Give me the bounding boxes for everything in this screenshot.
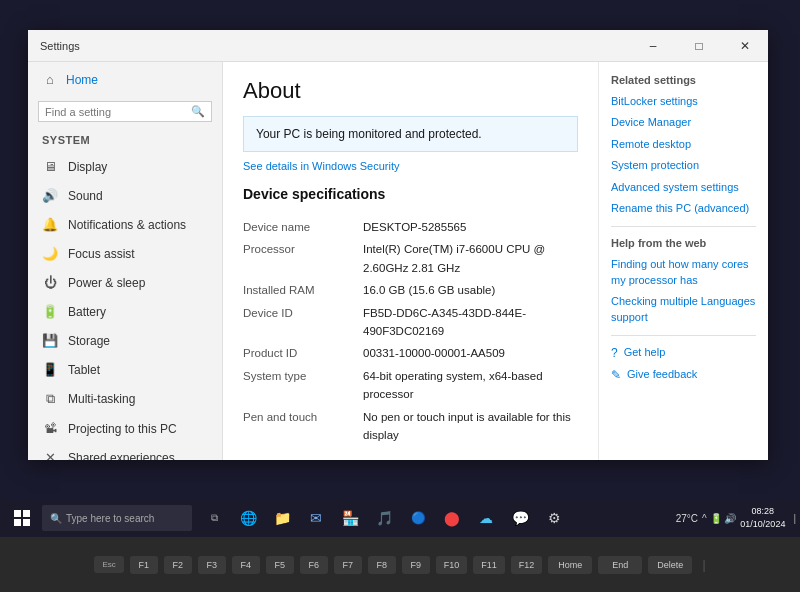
taskbar-search-text: Type here to search bbox=[66, 513, 154, 524]
key-f10[interactable]: F10 bbox=[436, 556, 468, 574]
key-f5[interactable]: F5 bbox=[266, 556, 294, 574]
key-f9[interactable]: F9 bbox=[402, 556, 430, 574]
spec-row: Processor Intel(R) Core(TM) i7-6600U CPU… bbox=[243, 238, 578, 279]
sidebar-item-tablet[interactable]: 📱 Tablet bbox=[28, 355, 222, 384]
taskbar-app-store[interactable]: 🏪 bbox=[334, 501, 366, 535]
monitor-text: Your PC is being monitored and protected… bbox=[256, 127, 482, 141]
sidebar-item-label: Display bbox=[68, 160, 107, 174]
sidebar-item-projecting[interactable]: 📽 Projecting to this PC bbox=[28, 414, 222, 443]
key-home[interactable]: Home bbox=[548, 556, 592, 574]
search-box[interactable]: 🔍 bbox=[38, 101, 212, 122]
keyboard: Esc F1 F2 F3 F4 F5 F6 F7 F8 F9 F10 F11 F… bbox=[0, 537, 800, 592]
sidebar-item-label: Projecting to this PC bbox=[68, 422, 177, 436]
key-f3[interactable]: F3 bbox=[198, 556, 226, 574]
temperature-label: 27°C bbox=[676, 513, 698, 524]
spec-value: Intel(R) Core(TM) i7-6600U CPU @ 2.60GHz… bbox=[363, 238, 578, 279]
key-f11[interactable]: F11 bbox=[473, 556, 505, 574]
start-button[interactable] bbox=[4, 501, 40, 535]
sidebar-item-storage[interactable]: 💾 Storage bbox=[28, 326, 222, 355]
bitlocker-link[interactable]: BitLocker settings bbox=[611, 94, 756, 109]
tray-time[interactable]: 08:28 01/10/2024 bbox=[740, 505, 785, 530]
key-f8[interactable]: F8 bbox=[368, 556, 396, 574]
taskbar-app-opera[interactable]: ⬤ bbox=[436, 501, 468, 535]
rename-pc-advanced-link[interactable]: Rename this PC (advanced) bbox=[611, 201, 756, 216]
spec-label: Device name bbox=[243, 216, 363, 238]
feedback-icon: ✎ bbox=[611, 368, 621, 382]
key-f4[interactable]: F4 bbox=[232, 556, 260, 574]
sidebar-item-notifications[interactable]: 🔔 Notifications & actions bbox=[28, 210, 222, 239]
sidebar-item-battery[interactable]: 🔋 Battery bbox=[28, 297, 222, 326]
spec-row: Product ID 00331-10000-00001-AA509 bbox=[243, 342, 578, 364]
sidebar-item-power[interactable]: ⏻ Power & sleep bbox=[28, 268, 222, 297]
show-desktop[interactable]: | bbox=[789, 513, 796, 524]
focus-icon: 🌙 bbox=[42, 246, 58, 261]
key-delete[interactable]: Delete bbox=[648, 556, 692, 574]
taskbar-search[interactable]: 🔍 Type here to search bbox=[42, 505, 192, 531]
taskbar-app-cortana[interactable]: ⧉ bbox=[198, 501, 230, 535]
spec-label: Processor bbox=[243, 238, 363, 279]
spec-row: Device name DESKTOP-5285565 bbox=[243, 216, 578, 238]
sound-icon: 🔊 bbox=[42, 188, 58, 203]
sidebar-item-sound[interactable]: 🔊 Sound bbox=[28, 181, 222, 210]
system-protection-link[interactable]: System protection bbox=[611, 158, 756, 173]
clock: 08:28 bbox=[740, 505, 785, 518]
remote-desktop-link[interactable]: Remote desktop bbox=[611, 137, 756, 152]
spec-row: Installed RAM 16.0 GB (15.6 GB usable) bbox=[243, 279, 578, 301]
key-f1[interactable]: F1 bbox=[130, 556, 158, 574]
key-f7[interactable]: F7 bbox=[334, 556, 362, 574]
taskbar-app-firefox[interactable]: 🔵 bbox=[402, 501, 434, 535]
maximize-button[interactable]: □ bbox=[676, 30, 722, 62]
taskbar-app-settings[interactable]: ⚙ bbox=[538, 501, 570, 535]
spec-label: Installed RAM bbox=[243, 279, 363, 301]
sidebar-item-focus[interactable]: 🌙 Focus assist bbox=[28, 239, 222, 268]
page-title: About bbox=[243, 78, 578, 104]
window-title: Settings bbox=[40, 40, 80, 52]
device-manager-link[interactable]: Device Manager bbox=[611, 115, 756, 130]
taskbar-app-music[interactable]: 🎵 bbox=[368, 501, 400, 535]
taskbar-app-explorer[interactable]: 📁 bbox=[266, 501, 298, 535]
right-panel: Related settings BitLocker settings Devi… bbox=[598, 62, 768, 460]
power-icon: ⏻ bbox=[42, 275, 58, 290]
sidebar-item-label: Multi-tasking bbox=[68, 392, 135, 406]
taskbar-app-teams[interactable]: 💬 bbox=[504, 501, 536, 535]
spec-value: 00331-10000-00001-AA509 bbox=[363, 342, 578, 364]
taskbar-app-edge[interactable]: 🌐 bbox=[232, 501, 264, 535]
advanced-system-link[interactable]: Advanced system settings bbox=[611, 180, 756, 195]
key-f12[interactable]: F12 bbox=[511, 556, 543, 574]
spec-label: Product ID bbox=[243, 342, 363, 364]
see-details-link[interactable]: See details in Windows Security bbox=[243, 160, 578, 172]
taskbar-app-mail[interactable]: ✉ bbox=[300, 501, 332, 535]
spec-label: Pen and touch bbox=[243, 406, 363, 447]
sidebar-item-shared[interactable]: ✕ Shared experiences bbox=[28, 443, 222, 460]
help-title: Help from the web bbox=[611, 237, 756, 249]
taskbar-app-onedrive[interactable]: ☁ bbox=[470, 501, 502, 535]
sidebar-item-label: Notifications & actions bbox=[68, 218, 186, 232]
key-f6[interactable]: F6 bbox=[300, 556, 328, 574]
spec-value: DESKTOP-5285565 bbox=[363, 216, 578, 238]
get-help-label: Get help bbox=[624, 346, 666, 358]
search-icon: 🔍 bbox=[191, 105, 205, 118]
help-icon: ? bbox=[611, 346, 618, 360]
close-button[interactable]: ✕ bbox=[722, 30, 768, 62]
feedback-label: Give feedback bbox=[627, 368, 697, 380]
feedback-item[interactable]: ✎ Give feedback bbox=[611, 368, 756, 382]
get-help-item[interactable]: ? Get help bbox=[611, 346, 756, 360]
key-esc[interactable]: Esc bbox=[94, 556, 123, 573]
svg-rect-1 bbox=[23, 510, 30, 517]
related-settings-title: Related settings bbox=[611, 74, 756, 86]
key-end[interactable]: End bbox=[598, 556, 642, 574]
sidebar-item-multitasking[interactable]: ⧉ Multi-tasking bbox=[28, 384, 222, 414]
sidebar-home[interactable]: ⌂ Home bbox=[28, 62, 222, 97]
search-input[interactable] bbox=[45, 106, 187, 118]
device-spec-table: Device name DESKTOP-5285565 Processor In… bbox=[243, 216, 578, 446]
minimize-button[interactable]: – bbox=[630, 30, 676, 62]
cores-help-link[interactable]: Finding out how many cores my processor … bbox=[611, 257, 756, 288]
multitask-icon: ⧉ bbox=[42, 391, 58, 407]
languages-help-link[interactable]: Checking multiple Languages support bbox=[611, 294, 756, 325]
system-tray: 27°C ^ 🔋 🔊 08:28 01/10/2024 | bbox=[676, 505, 796, 530]
svg-rect-2 bbox=[14, 519, 21, 526]
window-controls: – □ ✕ bbox=[630, 30, 768, 62]
sidebar-item-display[interactable]: 🖥 Display bbox=[28, 152, 222, 181]
notifications-icon: 🔔 bbox=[42, 217, 58, 232]
key-f2[interactable]: F2 bbox=[164, 556, 192, 574]
